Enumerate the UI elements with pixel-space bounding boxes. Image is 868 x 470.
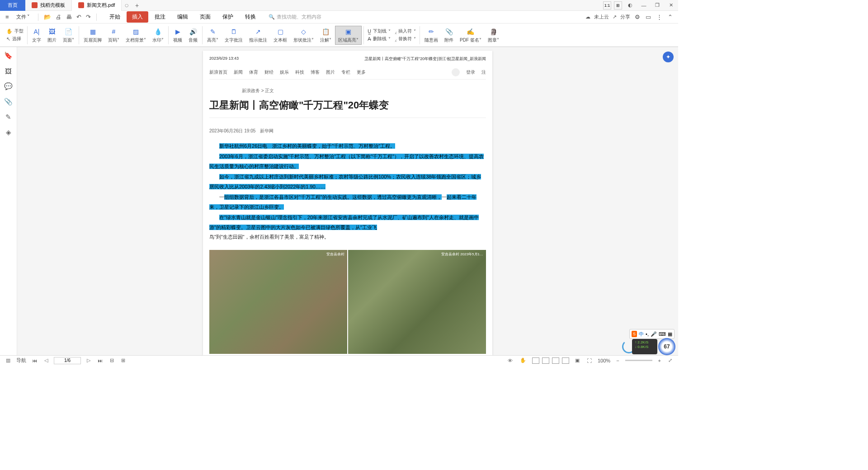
ime-settings-icon[interactable]: ▦ <box>668 331 672 337</box>
register-link[interactable]: 注 <box>481 69 486 75</box>
attachment-button[interactable]: 📎附件 <box>442 26 456 44</box>
view-continuous-icon[interactable] <box>542 357 549 364</box>
user-icon[interactable]: ◐ <box>625 1 636 10</box>
tab-close-button[interactable]: ○ <box>122 1 132 9</box>
hand-tool[interactable]: ✋手型 <box>5 28 25 35</box>
nav-item[interactable]: 新浪首页 <box>209 69 227 75</box>
sign-button[interactable]: ✍PDF 签名˅ <box>457 26 484 44</box>
text-button[interactable]: A|文字 <box>29 26 44 44</box>
print-icon[interactable]: 🖶 <box>65 13 73 21</box>
home-tab[interactable]: 首页 <box>0 0 25 11</box>
tab-convert[interactable]: 转换 <box>240 11 261 23</box>
tab-protect[interactable]: 保护 <box>217 11 239 23</box>
tab-insert[interactable]: 插入 <box>127 11 148 23</box>
fullscreen-icon[interactable]: ⛶ <box>585 358 593 363</box>
tab-edit[interactable]: 编辑 <box>172 11 193 23</box>
bookmark-icon[interactable]: 🔖 <box>5 52 13 60</box>
zoom-minus-button[interactable]: − <box>615 358 620 363</box>
zoom-plus-button[interactable]: + <box>657 358 662 363</box>
nav-item[interactable]: 体育 <box>249 69 258 75</box>
network-widget[interactable]: ↑ 2.2K/S ↓ 0.8K/S <box>632 339 657 354</box>
freedraw-button[interactable]: ✏随意画 <box>422 26 441 44</box>
insert-caret-button[interactable]: ⁁插入符˅ <box>393 28 418 35</box>
doc-tab-pdf[interactable]: 新闻文档.pdf <box>72 0 122 11</box>
tab-annotate[interactable]: 批注 <box>149 11 171 23</box>
next-page-button[interactable]: ▷ <box>85 357 92 363</box>
document-viewport[interactable]: ✦ 2023/6/29 13:43 卫星新闻丨高空俯瞰"千万工程"20年蝶变|浙… <box>17 47 678 355</box>
hamburger-icon[interactable]: ≡ <box>5 13 10 21</box>
ime-punct-icon[interactable]: •, <box>646 331 649 337</box>
ime-lang[interactable]: 中 <box>639 331 644 338</box>
stamp-button[interactable]: 🗿图章˅ <box>485 26 502 44</box>
layers-icon[interactable]: ◈ <box>5 128 13 136</box>
zoom-in-icon[interactable]: ⊞ <box>120 357 127 363</box>
pagenum-button[interactable]: #页码˅ <box>105 26 122 44</box>
textbox-button[interactable]: ▢文本框 <box>271 26 290 44</box>
audio-button[interactable]: 🔊音频 <box>186 26 200 44</box>
zoom-out-icon[interactable]: ⊟ <box>108 357 115 363</box>
highlight-button[interactable]: ✎高亮˅ <box>204 26 221 44</box>
page-button[interactable]: 📄页面˅ <box>60 26 77 44</box>
view-single-icon[interactable] <box>532 357 539 364</box>
nav-item[interactable]: 科技 <box>295 69 304 75</box>
thumbnails-icon[interactable]: 🖼 <box>5 67 13 75</box>
login-link[interactable]: 登录 <box>466 69 475 75</box>
tab-start[interactable]: 开始 <box>104 11 126 23</box>
panel-toggle-icon[interactable]: ▥ <box>5 357 12 363</box>
docbg-button[interactable]: ▨文档背景˅ <box>123 26 149 44</box>
strike-button[interactable]: A̶删除线˅ <box>366 35 392 42</box>
view-book-icon[interactable] <box>562 357 569 364</box>
nav-label[interactable]: 导航 <box>16 357 26 364</box>
ime-mic-icon[interactable]: 🎤 <box>651 331 657 337</box>
shape-note-button[interactable]: ◇形状批注˅ <box>291 26 316 44</box>
grid-icon[interactable]: ⊞ <box>614 1 622 9</box>
cloud-status[interactable]: 未上云 <box>594 14 609 20</box>
nav-item[interactable]: 娱乐 <box>280 69 289 75</box>
nav-item[interactable]: 图片 <box>326 69 335 75</box>
feedback-icon[interactable]: ▭ <box>645 13 652 21</box>
select-tool[interactable]: ↖选择 <box>5 35 25 42</box>
zoom-slider[interactable] <box>625 360 652 361</box>
layout-icon[interactable]: 1:1 <box>603 1 611 9</box>
ai-badge[interactable]: ✦ <box>663 52 674 62</box>
comments-icon[interactable]: 💬 <box>5 82 13 90</box>
eye-icon[interactable]: 👁 <box>506 358 514 363</box>
new-tab-button[interactable]: + <box>132 0 142 11</box>
fit-icon[interactable]: ▣ <box>574 357 581 363</box>
maximize-button[interactable]: ❐ <box>652 1 663 10</box>
zoom-level[interactable]: 100% <box>598 358 610 363</box>
ime-toolbar[interactable]: S 中 •, 🎤 ⌨ ▦ <box>629 329 675 339</box>
image-button[interactable]: 🖼图片 <box>45 26 59 44</box>
open-icon[interactable]: 📂 <box>43 13 52 21</box>
signatures-icon[interactable]: ✎ <box>5 113 13 121</box>
file-menu[interactable]: 文件 ˅ <box>13 12 33 22</box>
more-icon[interactable]: ⋮ <box>656 13 663 21</box>
replace-caret-button[interactable]: ⁁替换符˅ <box>393 35 418 42</box>
minimize-button[interactable]: — <box>638 1 649 10</box>
share-button[interactable]: 分享 <box>620 14 630 20</box>
ime-keyboard-icon[interactable]: ⌨ <box>659 331 666 337</box>
video-button[interactable]: ▶视频 <box>170 26 185 44</box>
underline-button[interactable]: U̲下划线˅ <box>366 28 392 35</box>
pointer-note-button[interactable]: ↗指示批注 <box>246 26 270 44</box>
doc-tab-templates[interactable]: 找稻壳模板 <box>25 0 72 11</box>
header-footer-button[interactable]: ▦页眉页脚 <box>81 26 104 44</box>
nav-item[interactable]: 财经 <box>264 69 274 75</box>
gear-icon[interactable]: ⚙ <box>634 13 641 21</box>
nav-item[interactable]: 新闻 <box>234 69 243 75</box>
nav-item[interactable]: 专栏 <box>341 69 350 75</box>
save-icon[interactable]: 🖨 <box>55 13 62 21</box>
annotation-button[interactable]: 📋注解˅ <box>317 26 334 44</box>
expand-icon[interactable]: ⤢ <box>667 357 674 363</box>
accelerator-widget[interactable]: 67 <box>658 338 675 355</box>
search-box[interactable]: 🔍 查找功能、文档内容 <box>269 14 321 20</box>
area-highlight-button[interactable]: ▣区域高亮˅ <box>335 26 362 45</box>
first-page-button[interactable]: ⏮ <box>31 358 38 363</box>
tab-page[interactable]: 页面 <box>194 11 216 23</box>
redo-icon[interactable]: ↷ <box>85 13 92 21</box>
watermark-button[interactable]: 💧水印˅ <box>150 26 166 44</box>
close-window-button[interactable]: ✕ <box>665 1 676 10</box>
text-note-button[interactable]: 🗒文字批注 <box>222 26 245 44</box>
view-two-icon[interactable] <box>552 357 559 364</box>
nav-item[interactable]: 博客 <box>311 69 320 75</box>
